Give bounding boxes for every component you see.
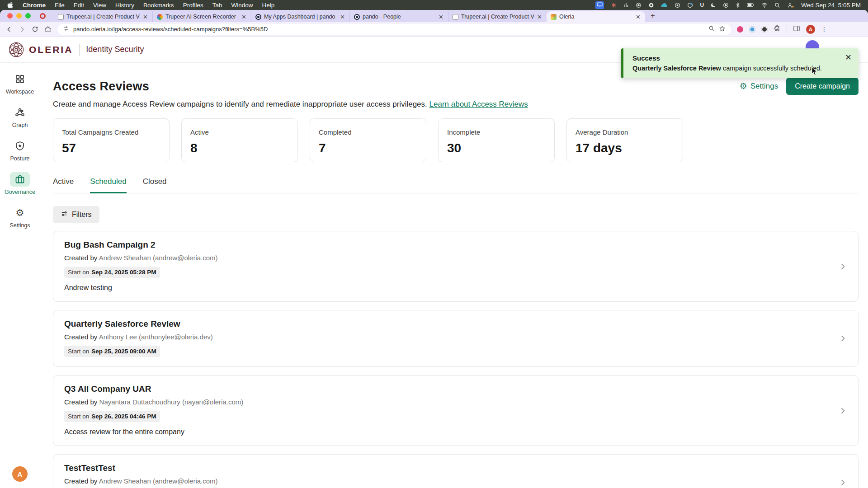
menubar-item-edit[interactable]: Edit xyxy=(74,2,84,9)
input-source-icon[interactable] xyxy=(611,1,617,9)
start-date-value: Sep 26, 2025 04:46 PM xyxy=(91,413,156,420)
sidebar-user-avatar[interactable]: A xyxy=(12,466,28,482)
fullscreen-window-button[interactable] xyxy=(25,13,31,19)
campaign-list: Bug Bash Campaign 2Created by Andrew She… xyxy=(53,231,859,488)
menubar-item-history[interactable]: History xyxy=(115,2,134,9)
success-toast: Success Quarterly Salesforce Review camp… xyxy=(621,48,859,78)
back-button[interactable] xyxy=(5,26,13,33)
tab-title: Trupeer.ai | Create Product V xyxy=(66,14,140,20)
creator-value: Nayantara Duttachoudhury (nayan@oleria.c… xyxy=(99,398,244,406)
menubar-clock[interactable]: Wed Sep 24 5:05 PM xyxy=(801,2,861,9)
tab-close-icon[interactable]: ✕ xyxy=(340,14,345,20)
brand-wordmark: OLERIA xyxy=(29,44,73,55)
sidebar-item-governance[interactable]: Governance xyxy=(0,172,40,195)
stat-card: Total Campaigns Created57 xyxy=(53,118,170,162)
record-dot-icon[interactable] xyxy=(648,1,654,9)
url-text[interactable]: pando.oleria.io/iga/access-reviews/sched… xyxy=(73,26,704,33)
browser-tab-5[interactable]: Trupeer.ai | Create Product V✕ xyxy=(448,11,547,22)
wifi-icon[interactable] xyxy=(761,1,768,9)
url-bar[interactable]: pando.oleria.io/iga/access-reviews/sched… xyxy=(57,24,731,35)
moon-icon[interactable] xyxy=(711,1,716,9)
letter-u-icon[interactable]: U xyxy=(700,1,704,9)
extension-pink-icon[interactable] xyxy=(737,26,743,33)
campaign-description: Andrew testing xyxy=(64,284,847,292)
campaign-card[interactable]: Q3 All Company UARCreated by Nayantara D… xyxy=(53,375,859,446)
oleria-favicon-icon xyxy=(551,14,557,20)
browser-tab-3[interactable]: My Apps Dashboard | pando✕ xyxy=(251,11,349,22)
browser-profile-avatar[interactable]: A xyxy=(806,25,815,34)
menubar-item-profiles[interactable]: Profiles xyxy=(183,2,203,9)
briefcase-icon xyxy=(10,172,30,187)
browser-tab-6[interactable]: Oleria✕ xyxy=(547,11,645,22)
filters-button[interactable]: Filters xyxy=(53,206,99,223)
created-by-label: Created by xyxy=(64,398,97,406)
browser-tab-1[interactable]: Trupeer.ai | Create Product V✕ xyxy=(54,11,152,22)
minimize-window-button[interactable] xyxy=(16,13,22,19)
tab-title: Trupeer.ai | Create Product V xyxy=(461,14,534,20)
oleria-logo[interactable]: OLERIA xyxy=(8,42,73,58)
created-by-label: Created by xyxy=(64,333,97,341)
meter-icon[interactable] xyxy=(623,1,629,9)
side-panel-icon[interactable] xyxy=(793,25,800,34)
browser-menu-icon[interactable]: ⋮ xyxy=(821,26,827,33)
sidebar-item-workspace[interactable]: Workspace xyxy=(0,72,40,95)
sidebar-item-settings[interactable]: ⚙Settings xyxy=(0,206,40,229)
chevron-right-icon[interactable] xyxy=(838,406,847,415)
tab-close-icon[interactable]: ✕ xyxy=(438,14,444,20)
campaign-card[interactable]: Bug Bash Campaign 2Created by Andrew She… xyxy=(53,231,859,302)
chevron-right-icon[interactable] xyxy=(838,262,847,271)
tab-active[interactable]: Active xyxy=(53,177,74,193)
tab-close-icon[interactable]: ✕ xyxy=(537,14,542,20)
screen-mirroring-icon[interactable] xyxy=(595,1,604,9)
menubar-item-view[interactable]: View xyxy=(93,2,106,9)
battery-icon[interactable] xyxy=(747,1,755,9)
campaign-creator: Created by Nayantara Duttachoudhury (nay… xyxy=(64,398,847,406)
bookmark-star-icon[interactable] xyxy=(719,25,726,33)
menubar-item-file[interactable]: File xyxy=(55,2,65,9)
menubar-item-tab[interactable]: Tab xyxy=(212,2,222,9)
create-campaign-button[interactable]: Create campaign xyxy=(786,78,859,95)
extension-dark-icon[interactable] xyxy=(761,26,768,33)
user-switch-icon[interactable] xyxy=(787,1,794,9)
browser-tab-4[interactable]: pando - People✕ xyxy=(349,11,448,22)
notification-icon[interactable] xyxy=(687,1,693,9)
menubar-item-window[interactable]: Window xyxy=(231,2,253,9)
reload-button[interactable] xyxy=(32,26,38,33)
zoom-page-icon[interactable] xyxy=(708,25,715,33)
bluetooth-icon[interactable] xyxy=(736,1,740,9)
extensions-puzzle-icon[interactable] xyxy=(774,25,781,34)
close-window-button[interactable] xyxy=(7,13,13,19)
menubar-item-chrome[interactable]: Chrome xyxy=(23,2,46,9)
chevron-right-icon[interactable] xyxy=(838,478,847,487)
camera-icon[interactable] xyxy=(636,1,642,9)
page-settings-button[interactable]: ⚙ Settings xyxy=(740,81,778,91)
site-settings-icon[interactable] xyxy=(63,25,69,33)
sidebar-item-graph[interactable]: Graph xyxy=(0,105,40,128)
recording-indicator-icon[interactable] xyxy=(40,13,46,19)
tab-close-icon[interactable]: ✕ xyxy=(241,14,247,20)
forward-button[interactable] xyxy=(19,26,26,33)
campaign-card[interactable]: Quarterly Salesforce ReviewCreated by An… xyxy=(53,310,859,367)
sidebar-item-posture[interactable]: Posture xyxy=(0,139,40,162)
menubar-item-help[interactable]: Help xyxy=(262,2,274,9)
tab-close-icon[interactable]: ✕ xyxy=(142,14,148,20)
tab-close-icon[interactable]: ✕ xyxy=(635,14,641,20)
toast-close-icon[interactable]: ✕ xyxy=(845,52,852,62)
chevron-right-icon[interactable] xyxy=(838,334,847,343)
stats-row: Total Campaigns Created57Active8Complete… xyxy=(53,118,859,162)
stat-card: Incomplete30 xyxy=(438,118,555,162)
new-tab-button[interactable]: + xyxy=(651,11,655,20)
tab-closed[interactable]: Closed xyxy=(143,177,167,193)
home-button[interactable] xyxy=(44,26,52,33)
cloud-icon[interactable] xyxy=(661,1,668,9)
apple-icon[interactable] xyxy=(7,1,14,9)
menubar-item-bookmarks[interactable]: Bookmarks xyxy=(143,2,174,9)
tab-scheduled[interactable]: Scheduled xyxy=(90,177,126,193)
spotlight-icon[interactable] xyxy=(774,1,780,9)
play-icon[interactable] xyxy=(723,1,729,9)
learn-about-link[interactable]: Learn about Access Reviews xyxy=(429,100,528,108)
browser-tab-2[interactable]: Trupeer AI Screen Recorder✕ xyxy=(152,11,251,22)
target-icon[interactable] xyxy=(675,1,680,9)
extension-blue-icon[interactable] xyxy=(749,26,755,33)
campaign-card[interactable]: TestTestTestCreated by Andrew Sheahan (a… xyxy=(53,454,859,488)
